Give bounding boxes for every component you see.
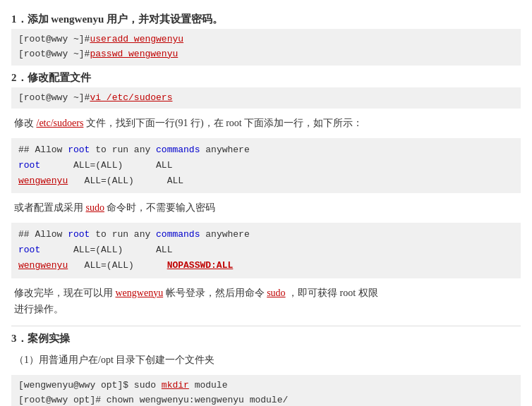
sudoers-block-1: ## Allow root to run any commands anywhe… [11,138,521,193]
section1-title: 1．添加 wengwenyu 用户，并对其设置密码。 [11,13,521,26]
section2-title: 2．修改配置文件 [11,71,521,85]
section3-sub1: （1）用普通用户在/opt 目录下创建一个文件夹 [11,348,521,372]
info-text-1: 修改 /etc/sudoers 文件，找到下面一行(91 行)，在 root 下… [11,111,521,135]
section3-title: 3．案例实操 [11,332,521,345]
section3-commands: [wengwenyu@wwy opt]$ sudo mkdir module [… [11,375,521,406]
info-text-2: 或者配置成采用 sudo 命令时，不需要输入密码 [11,196,521,220]
sudoers-block-2: ## Allow root to run any commands anywhe… [11,223,521,278]
section1-commands: [root@wwy ~]#useradd wengwenyu [root@wwy… [11,29,521,66]
section2-commands: [root@wwy ~]#vi /etc/sudoers [11,87,521,109]
divider [11,326,521,326]
info-text-3: 修改完毕，现在可以用 wengwenyu 帐号登录，然后用命令 sudo ，即可… [11,281,521,322]
page-container: 1．添加 wengwenyu 用户，并对其设置密码。 [root@wwy ~]#… [0,0,532,406]
